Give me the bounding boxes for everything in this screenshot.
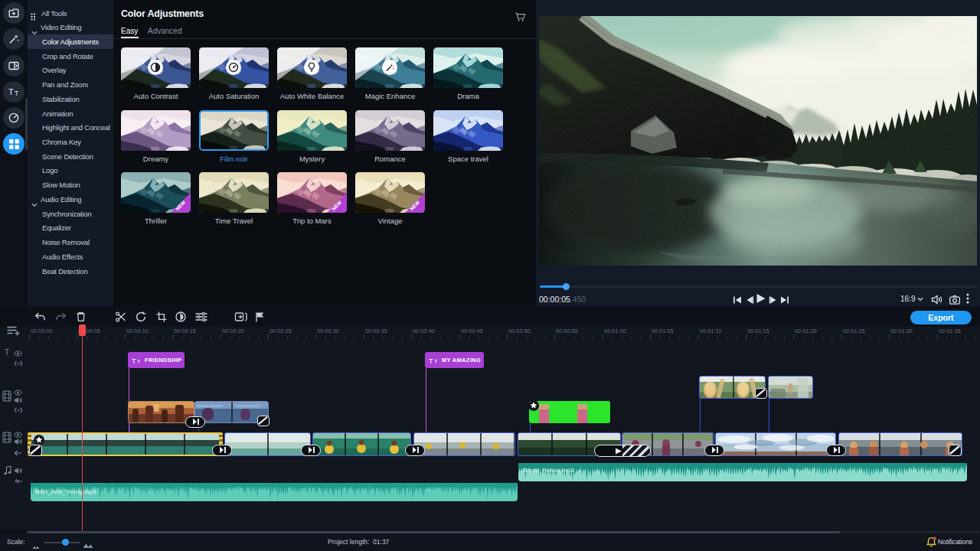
svg-text:T: T (132, 357, 136, 364)
svg-text:T: T (5, 348, 9, 357)
svg-text:T: T (434, 359, 438, 364)
svg-text:T: T (15, 90, 18, 97)
svg-text:T: T (8, 87, 14, 96)
svg-text:Bold_And_Young.mp3: Bold_And_Young.mp3 (35, 488, 96, 495)
svg-text:Bright_Future.mp3: Bright_Future.mp3 (523, 467, 574, 474)
svg-text:T: T (429, 357, 433, 364)
svg-text:T: T (137, 359, 141, 364)
